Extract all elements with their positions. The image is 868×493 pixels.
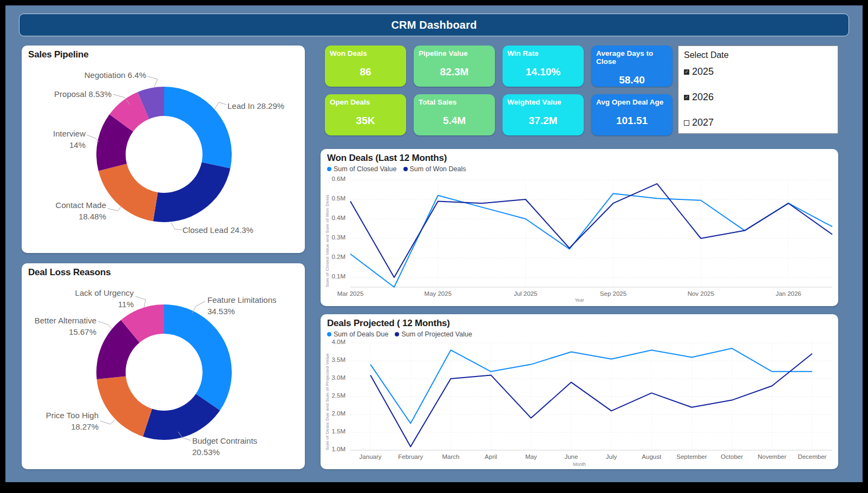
dashboard-title-bar: CRM Dashboard xyxy=(19,14,849,36)
deal-loss-reasons-card: Deal Loss Reasons Feature Limitations34.… xyxy=(22,263,305,469)
callout-lack-of-urgency: Lack of Urgency11% xyxy=(22,287,134,310)
y-tick-label: 0.3M xyxy=(321,234,345,241)
line-series-sum-of-deals-due xyxy=(370,348,812,424)
callout-interview: Interview14% xyxy=(22,128,86,151)
y-tick-label: 0.1M xyxy=(321,273,345,280)
date-slicer: Select Date 2025 2026 2027 xyxy=(678,46,838,134)
y-tick-label: 0.4M xyxy=(321,215,345,221)
y-tick-label: 1.5M xyxy=(321,428,345,434)
line-series-sum-of-won-deals xyxy=(350,184,832,277)
y-tick-label: 0.5M xyxy=(321,195,345,202)
callout-lead-in: Lead In 28.29% xyxy=(227,100,284,112)
callout-budget-contraints: Budget Contraints20.53% xyxy=(192,435,257,458)
callout-contact-made: Contact Made18.48% xyxy=(22,199,106,222)
kpi-average-days-to-close: Average Days to Close58.40 xyxy=(591,46,673,87)
won-deals-line-chart: Sum of Closed Value and Sum of Won Deals… xyxy=(321,149,838,306)
line-series-sum-of-projected-value xyxy=(370,354,812,447)
x-tick-label: December xyxy=(788,453,837,460)
checkbox-2025-icon[interactable] xyxy=(684,69,689,75)
x-axis-title: Month xyxy=(321,462,838,467)
y-tick-label: 0.2M xyxy=(321,254,345,260)
sales-pipeline-donut-chart[interactable] xyxy=(96,87,232,222)
won-deals-plot xyxy=(350,180,832,287)
checkbox-2027-icon[interactable] xyxy=(684,120,689,126)
sales-pipeline-title: Sales Pipeline xyxy=(28,49,89,60)
deals-projected-chart-card: Deals Projected ( 12 Months) Sum of Deal… xyxy=(321,314,838,469)
date-option-2025[interactable]: 2025 xyxy=(684,66,714,77)
donut-segment-contact-made[interactable] xyxy=(99,164,158,221)
callout-price-too-high: Price Too High18.27% xyxy=(22,410,99,432)
y-tick-label: 2.5M xyxy=(321,392,345,399)
kpi-total-sales: Total Sales5.4M xyxy=(414,94,495,135)
donut-segment-closed-lead[interactable] xyxy=(153,163,231,222)
callout-negotiation: Negotiation 6.4% xyxy=(43,69,146,81)
callout-proposal: Proposal 8.53% xyxy=(22,88,112,100)
y-tick-label: 1.0M xyxy=(321,446,345,452)
deals-projected-plot xyxy=(350,343,832,450)
x-tick-label: Jul 2025 xyxy=(501,290,550,297)
deal-loss-donut-chart[interactable] xyxy=(96,304,232,440)
deal-loss-reasons-title: Deal Loss Reasons xyxy=(28,267,111,278)
x-tick-label: May 2025 xyxy=(414,290,462,297)
won-deals-chart-card: Won Deals (Last 12 Months) Sum of Closed… xyxy=(321,149,838,306)
date-option-2026[interactable]: 2026 xyxy=(684,92,714,103)
donut-segment-price-too-high[interactable] xyxy=(97,376,152,436)
y-tick-label: 0.6M xyxy=(321,176,345,182)
sales-pipeline-card: Sales Pipeline Lead In 28.29% Closed Lea… xyxy=(22,46,305,253)
x-axis-title: Year xyxy=(321,297,838,303)
callout-feature-limitations: Feature Limitations34.53% xyxy=(207,294,277,317)
callout-closed-lead: Closed Lead 24.3% xyxy=(182,224,253,236)
y-tick-label: 2.0M xyxy=(321,410,345,417)
y-tick-label: 3.0M xyxy=(321,374,345,381)
x-tick-label: Mar 2025 xyxy=(326,290,375,297)
date-option-2027[interactable]: 2027 xyxy=(684,117,714,128)
checkbox-2026-icon[interactable] xyxy=(684,95,689,100)
kpi-open-deals: Open Deals35K xyxy=(325,94,406,135)
kpi-win-rate: Win Rate14.10% xyxy=(502,46,584,87)
donut-segment-feature-limitations[interactable] xyxy=(164,304,232,410)
kpi-weighted-value: Weighted Value37.2M xyxy=(502,94,584,135)
donut-segment-lead-in[interactable] xyxy=(164,87,232,168)
kpi-avg-open-deal-age: Avg Open Deal Age101.51 xyxy=(591,94,673,135)
x-tick-label: Nov 2025 xyxy=(676,290,725,297)
dashboard-page: CRM Dashboard Sales Pipeline Lead In 28.… xyxy=(0,0,868,493)
y-tick-label: 4.0M xyxy=(321,339,345,345)
date-slicer-title: Select Date xyxy=(684,50,729,60)
page-title: CRM Dashboard xyxy=(391,19,477,31)
x-tick-label: Sep 2025 xyxy=(589,290,637,297)
line-series-sum-of-closed-value xyxy=(350,193,832,287)
kpi-pipeline-value: Pipeline Value82.3M xyxy=(414,46,495,87)
deals-projected-line-chart: Sum of Deals Due and Sum of Projected Va… xyxy=(321,314,838,469)
x-tick-label: Jan 2026 xyxy=(764,290,813,297)
kpi-won-deals: Won Deals86 xyxy=(325,46,406,87)
y-tick-label: 3.5M xyxy=(321,356,345,363)
callout-better-alternative: Better Alternative15.67% xyxy=(22,315,96,338)
